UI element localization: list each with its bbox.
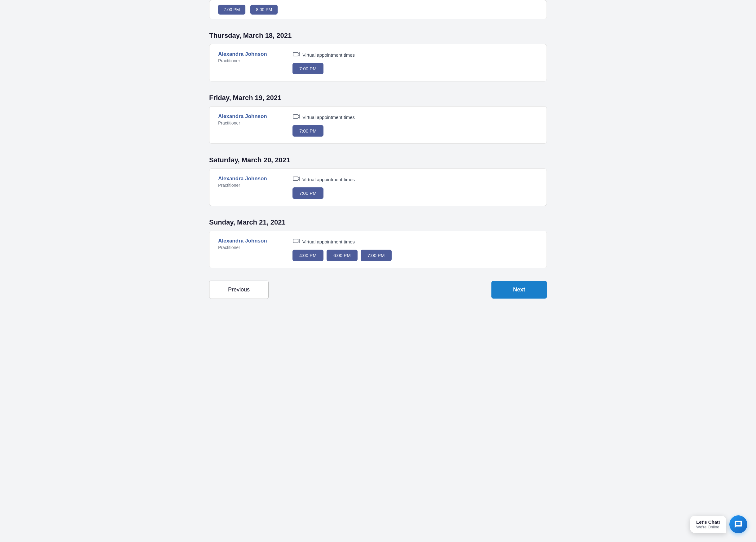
practitioner-role-friday: Practitioner: [218, 121, 283, 126]
times-header-sunday: Virtual appointment times: [292, 238, 538, 245]
practitioner-name-sunday[interactable]: Alexandra Johnson: [218, 238, 267, 244]
appointment-card-friday: Alexandra JohnsonPractitionerVirtual app…: [209, 106, 547, 144]
chat-title: Let's Chat!: [696, 519, 720, 525]
practitioner-info-saturday: Alexandra JohnsonPractitioner: [218, 176, 283, 188]
appointment-card-sunday: Alexandra JohnsonPractitionerVirtual app…: [209, 231, 547, 268]
day-section-sunday: Sunday, March 21, 2021Alexandra JohnsonP…: [209, 215, 547, 268]
nav-buttons: Previous Next: [209, 280, 547, 305]
practitioner-role-thursday: Practitioner: [218, 58, 283, 63]
time-slots-friday: 7:00 PM: [292, 125, 538, 137]
practitioner-name-saturday[interactable]: Alexandra Johnson: [218, 176, 267, 182]
time-slots-thursday: 7:00 PM: [292, 63, 538, 74]
time-btn-sunday-0[interactable]: 4:00 PM: [292, 250, 323, 261]
times-label-saturday: Virtual appointment times: [302, 177, 355, 182]
top-partial-card: 7:00 PM 8:00 PM: [209, 0, 547, 19]
day-heading-thursday: Thursday, March 18, 2021: [209, 29, 547, 40]
practitioner-role-saturday: Practitioner: [218, 183, 283, 188]
chat-widget: Let's Chat! We're Online: [690, 515, 747, 533]
times-header-thursday: Virtual appointment times: [292, 51, 538, 59]
time-btn-friday-0[interactable]: 7:00 PM: [292, 125, 323, 137]
svg-rect-2: [293, 177, 298, 181]
times-label-sunday: Virtual appointment times: [302, 239, 355, 245]
virtual-appointment-icon: [292, 176, 300, 183]
practitioner-info-friday: Alexandra JohnsonPractitioner: [218, 113, 283, 126]
svg-rect-3: [293, 239, 298, 243]
virtual-appointment-icon: [292, 51, 300, 59]
practitioner-role-sunday: Practitioner: [218, 245, 283, 250]
times-section-sunday: Virtual appointment times4:00 PM6:00 PM7…: [283, 238, 538, 261]
chat-bubble: Let's Chat! We're Online: [690, 516, 726, 533]
appointment-card-saturday: Alexandra JohnsonPractitionerVirtual app…: [209, 169, 547, 206]
time-btn-saturday-0[interactable]: 7:00 PM: [292, 187, 323, 199]
times-header-saturday: Virtual appointment times: [292, 176, 538, 183]
time-slots-saturday: 7:00 PM: [292, 187, 538, 199]
practitioner-name-friday[interactable]: Alexandra Johnson: [218, 113, 267, 119]
times-header-friday: Virtual appointment times: [292, 113, 538, 121]
day-section-thursday: Thursday, March 18, 2021Alexandra Johnso…: [209, 29, 547, 82]
practitioner-info-sunday: Alexandra JohnsonPractitioner: [218, 238, 283, 250]
appointment-card-thursday: Alexandra JohnsonPractitionerVirtual app…: [209, 44, 547, 82]
top-time-btn-1[interactable]: 7:00 PM: [218, 5, 245, 15]
time-slots-sunday: 4:00 PM6:00 PM7:00 PM: [292, 250, 538, 261]
time-btn-thursday-0[interactable]: 7:00 PM: [292, 63, 323, 74]
day-section-friday: Friday, March 19, 2021Alexandra JohnsonP…: [209, 91, 547, 144]
days-container: Thursday, March 18, 2021Alexandra Johnso…: [209, 29, 547, 268]
next-button[interactable]: Next: [491, 281, 547, 298]
practitioner-name-thursday[interactable]: Alexandra Johnson: [218, 51, 267, 57]
previous-button[interactable]: Previous: [209, 280, 269, 299]
day-section-saturday: Saturday, March 20, 2021Alexandra Johnso…: [209, 153, 547, 206]
time-btn-sunday-1[interactable]: 6:00 PM: [327, 250, 358, 261]
virtual-appointment-icon: [292, 113, 300, 121]
virtual-appointment-icon: [292, 238, 300, 245]
times-section-thursday: Virtual appointment times7:00 PM: [283, 51, 538, 74]
time-btn-sunday-2[interactable]: 7:00 PM: [361, 250, 392, 261]
top-time-btn-2[interactable]: 8:00 PM: [250, 5, 278, 15]
day-heading-saturday: Saturday, March 20, 2021: [209, 153, 547, 164]
chat-status: We're Online: [696, 525, 720, 529]
times-section-saturday: Virtual appointment times7:00 PM: [283, 176, 538, 199]
chat-icon: [734, 520, 743, 529]
practitioner-info-thursday: Alexandra JohnsonPractitioner: [218, 51, 283, 63]
times-label-thursday: Virtual appointment times: [302, 52, 355, 58]
day-heading-sunday: Sunday, March 21, 2021: [209, 215, 547, 227]
svg-rect-0: [293, 52, 298, 56]
times-section-friday: Virtual appointment times7:00 PM: [283, 113, 538, 137]
svg-rect-1: [293, 115, 298, 118]
times-label-friday: Virtual appointment times: [302, 115, 355, 120]
day-heading-friday: Friday, March 19, 2021: [209, 91, 547, 102]
chat-button[interactable]: [729, 515, 747, 533]
